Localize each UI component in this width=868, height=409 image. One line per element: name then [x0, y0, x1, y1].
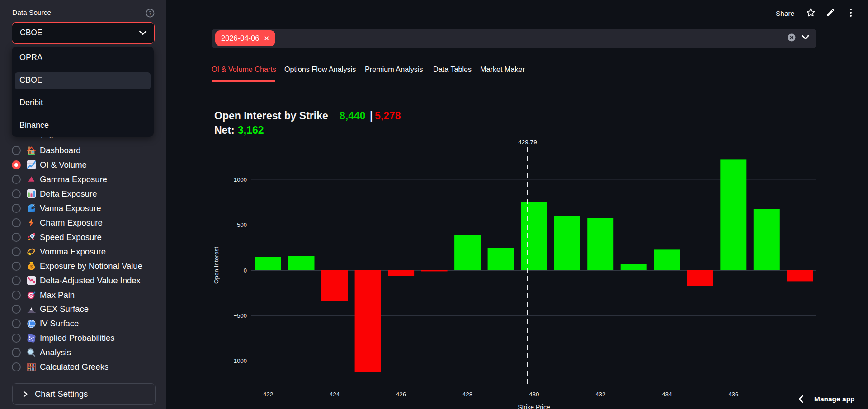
svg-text:430: 430 [529, 391, 539, 398]
svg-text:−500: −500 [234, 312, 247, 319]
svg-text:426: 426 [396, 391, 406, 398]
svg-text:−1000: −1000 [230, 357, 247, 364]
svg-text:500: 500 [237, 221, 247, 228]
svg-text:436: 436 [728, 391, 739, 398]
svg-text:429.79: 429.79 [518, 139, 537, 146]
svg-text:432: 432 [595, 391, 606, 398]
svg-text:434: 434 [662, 391, 672, 398]
svg-text:422: 422 [263, 391, 274, 398]
svg-text:?: ? [149, 10, 151, 16]
svg-text:1000: 1000 [234, 176, 247, 183]
svg-text:Open Interest: Open Interest [213, 247, 220, 284]
svg-text:Strike Price: Strike Price [518, 404, 550, 409]
svg-text:0: 0 [244, 267, 247, 274]
svg-text:424: 424 [330, 391, 340, 398]
svg-text:428: 428 [462, 391, 473, 398]
svg-text:$: $ [30, 264, 33, 269]
